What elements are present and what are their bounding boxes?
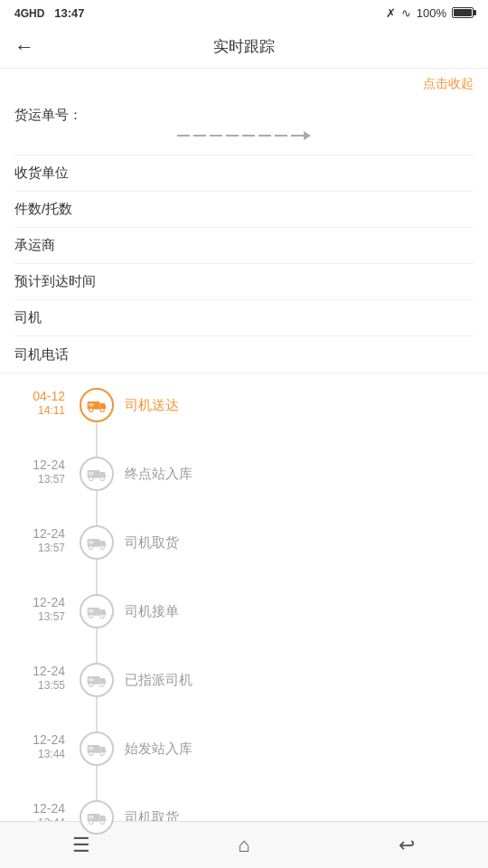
svg-point-18 xyxy=(100,614,104,618)
timeline-icon-6 xyxy=(80,800,114,835)
info-label-0: 收货单位 xyxy=(14,165,105,182)
svg-point-17 xyxy=(89,614,93,618)
arrow-head xyxy=(304,131,311,140)
timeline-connector-2 xyxy=(96,560,98,594)
timeline-date-5: 12-24 xyxy=(14,731,65,748)
home-icon: ⌂ xyxy=(238,834,249,857)
svg-point-33 xyxy=(100,820,104,824)
timeline-content-1: 终点站入库 xyxy=(117,457,474,483)
timeline-left-4: 12-24 13:55 xyxy=(14,663,76,693)
timeline-text-5: 始发站入库 xyxy=(125,741,192,756)
collapse-row: 点击收起 xyxy=(0,69,488,98)
svg-point-13 xyxy=(100,545,104,549)
info-label-2: 承运商 xyxy=(14,237,105,254)
timeline-icon-col-4 xyxy=(76,663,117,731)
timeline-icon-col-1 xyxy=(76,457,117,525)
timeline-left-5: 12-24 13:44 xyxy=(14,731,76,762)
timeline-date-4: 12-24 xyxy=(14,663,65,679)
timeline-time-5: 13:44 xyxy=(14,748,65,762)
timeline-time-1: 13:57 xyxy=(14,473,65,487)
timeline-icon-col-2 xyxy=(76,525,117,594)
timeline-icon-4 xyxy=(80,663,114,697)
page-title: 实时跟踪 xyxy=(213,36,275,57)
shipping-row: 货运单号： xyxy=(14,98,474,156)
timeline-icon-1 xyxy=(80,457,114,491)
timeline-icon-5 xyxy=(80,731,114,766)
svg-point-12 xyxy=(89,545,93,549)
status-icons: ✗ ∿ 100% xyxy=(386,6,474,20)
timeline-item-0: 04-12 14:11 司机送达 xyxy=(14,388,474,457)
timeline-date-0: 04-12 xyxy=(14,388,65,404)
info-row-1: 件数/托数 xyxy=(14,192,474,228)
svg-rect-4 xyxy=(89,403,94,406)
info-label-4: 司机 xyxy=(14,309,105,326)
timeline-content-0: 司机送达 xyxy=(117,388,474,414)
collapse-button[interactable]: 点击收起 xyxy=(423,76,474,92)
svg-point-22 xyxy=(89,683,93,686)
svg-rect-24 xyxy=(89,678,94,681)
svg-point-2 xyxy=(89,408,93,411)
arrow-line xyxy=(177,131,311,140)
timeline-connector-5 xyxy=(96,766,98,800)
svg-point-28 xyxy=(100,751,104,755)
info-row-5: 司机电话 xyxy=(14,336,474,373)
timeline-content-3: 司机接单 xyxy=(117,594,474,620)
timeline-connector-4 xyxy=(96,697,98,731)
timeline-time-0: 14:11 xyxy=(14,404,65,419)
timeline-icon-col-5 xyxy=(76,731,117,800)
timeline-item-2: 12-24 13:57 司机取货 xyxy=(14,525,474,594)
timeline-connector-3 xyxy=(96,628,98,663)
wifi-icon: ∿ xyxy=(401,6,411,20)
info-row-4: 司机 xyxy=(14,300,474,336)
bluetooth-icon: ✗ xyxy=(386,6,396,20)
timeline-item-3: 12-24 13:57 司机接单 xyxy=(14,594,474,663)
info-row-0: 收货单位 xyxy=(14,156,474,192)
timeline-time-3: 13:57 xyxy=(14,610,65,625)
svg-point-3 xyxy=(100,408,104,411)
timeline-time-2: 13:57 xyxy=(14,542,65,556)
back-button[interactable]: ← xyxy=(14,35,34,59)
timeline-item-1: 12-24 13:57 终点站入库 xyxy=(14,457,474,525)
timeline-connector-0 xyxy=(96,422,98,457)
info-label-5: 司机电话 xyxy=(14,346,105,363)
timeline-text-3: 司机接单 xyxy=(125,603,179,618)
timeline-left-1: 12-24 13:57 xyxy=(14,457,76,487)
svg-rect-34 xyxy=(89,816,94,818)
status-time: 13:47 xyxy=(54,6,84,20)
timeline-time-4: 13:55 xyxy=(14,679,65,693)
page-header: ← 实时跟踪 xyxy=(0,25,488,69)
timeline-date-6: 12-24 xyxy=(14,800,65,816)
svg-rect-14 xyxy=(89,541,94,543)
timeline-content-2: 司机取货 xyxy=(117,525,474,552)
timeline-content-4: 已指派司机 xyxy=(117,663,474,689)
svg-point-23 xyxy=(100,683,104,686)
bottom-nav: ☰ ⌂ ↩ xyxy=(0,821,488,868)
timeline-content-5: 始发站入库 xyxy=(117,731,474,758)
status-bar: 4GHD 13:47 ✗ ∿ 100% xyxy=(0,0,488,25)
timeline-left-2: 12-24 13:57 xyxy=(14,525,76,556)
timeline-text-4: 已指派司机 xyxy=(125,672,192,687)
timeline-text-1: 终点站入库 xyxy=(125,466,192,481)
nav-home-button[interactable]: ⌂ xyxy=(217,827,271,863)
timeline-left-3: 12-24 13:57 xyxy=(14,594,76,625)
timeline-date-2: 12-24 xyxy=(14,525,65,542)
timeline-section: 04-12 14:11 司机送达 xyxy=(0,373,488,868)
info-row-3: 预计到达时间 xyxy=(14,264,474,300)
svg-rect-9 xyxy=(89,472,94,475)
svg-point-7 xyxy=(89,476,93,480)
timeline-connector-1 xyxy=(96,491,98,525)
svg-point-32 xyxy=(89,820,93,824)
shipping-section: 货运单号： 收货单 xyxy=(0,98,488,373)
info-row-2: 承运商 xyxy=(14,228,474,264)
timeline-date-3: 12-24 xyxy=(14,594,65,610)
back-icon: ↩ xyxy=(399,834,415,857)
battery-label: 100% xyxy=(417,6,446,20)
svg-point-8 xyxy=(100,476,104,480)
nav-back-button[interactable]: ↩ xyxy=(380,827,434,863)
timeline-item-5: 12-24 13:44 始发站入库 xyxy=(14,731,474,800)
menu-icon: ☰ xyxy=(72,834,90,857)
svg-rect-29 xyxy=(89,747,94,750)
shipping-label: 货运单号： xyxy=(14,107,474,124)
arrow-dashes xyxy=(177,135,304,137)
timeline-text-2: 司机取货 xyxy=(125,534,179,550)
